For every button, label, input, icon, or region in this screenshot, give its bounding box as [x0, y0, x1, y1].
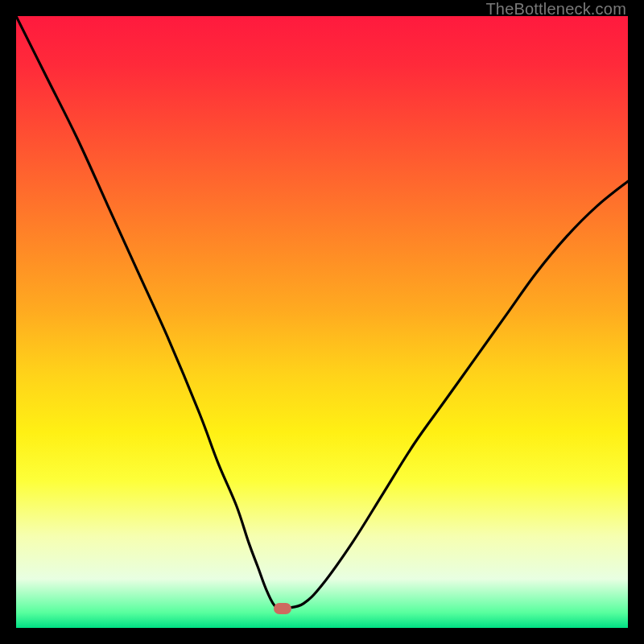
- bottleneck-curve: [16, 16, 628, 628]
- plot-area: [16, 16, 628, 628]
- chart-frame: TheBottleneck.com: [0, 0, 644, 644]
- optimal-point-marker: [274, 603, 291, 614]
- watermark-text: TheBottleneck.com: [485, 0, 626, 19]
